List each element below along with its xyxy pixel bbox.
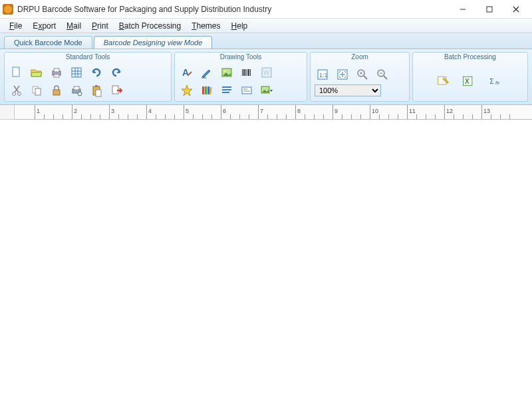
export-icon[interactable]	[108, 82, 124, 98]
batch-excel-icon[interactable]: X	[459, 72, 477, 90]
svg-rect-35	[248, 69, 249, 76]
card-icon[interactable]	[239, 82, 255, 98]
svg-line-54	[364, 76, 367, 79]
ribbon-group-drawing: Drawing Tools A W	[174, 52, 307, 102]
open-icon[interactable]	[29, 65, 45, 80]
minimize-button[interactable]	[450, 1, 476, 18]
menu-mail[interactable]: Mail	[61, 20, 86, 32]
library-icon[interactable]	[199, 82, 215, 98]
zoom-in-icon[interactable]	[354, 66, 370, 82]
ribbon-group-batch: Batch Processing X Σfx	[412, 52, 528, 102]
ribbon: Standard Tools	[0, 49, 532, 105]
ribbon-group-title-zoom: Zoom	[311, 53, 409, 61]
ruler-corner	[0, 105, 15, 120]
barcode-tool-icon[interactable]	[239, 65, 255, 80]
app-icon	[3, 4, 13, 15]
zoom-out-icon[interactable]	[374, 66, 390, 82]
svg-rect-21	[74, 86, 79, 90]
svg-point-22	[78, 92, 82, 96]
paste-icon[interactable]	[88, 82, 104, 98]
svg-rect-31	[242, 69, 243, 76]
svg-point-14	[18, 92, 21, 95]
ruler-horizontal: 12345678910111213	[15, 105, 532, 120]
zoom-fit-icon[interactable]	[334, 66, 350, 82]
svg-line-58	[384, 76, 387, 79]
ribbon-group-title-drawing: Drawing Tools	[175, 53, 307, 61]
menu-batch-processing[interactable]: Batch Processing	[114, 20, 186, 32]
window-title: DRPU Barcode Software for Packaging and …	[17, 5, 450, 14]
batch-edit-icon[interactable]	[434, 72, 452, 90]
svg-rect-24	[95, 85, 98, 87]
svg-rect-40	[205, 86, 207, 94]
mode-tabstrip: Quick Barcode Mode Barcode Designing vie…	[0, 33, 532, 49]
svg-rect-19	[53, 90, 60, 95]
svg-rect-33	[245, 69, 246, 76]
menu-bar: File Export Mail Print Batch Processing …	[0, 19, 532, 33]
cut-icon[interactable]	[9, 82, 25, 98]
svg-rect-32	[243, 69, 245, 76]
menu-file[interactable]: File	[4, 20, 27, 32]
batch-formula-icon[interactable]: Σfx	[484, 72, 507, 90]
svg-rect-6	[54, 68, 59, 72]
zoom-actual-icon[interactable]: 1:1	[315, 66, 331, 82]
menu-help[interactable]: Help	[226, 20, 253, 32]
grid-icon[interactable]	[68, 65, 84, 80]
new-icon[interactable]	[9, 65, 25, 80]
svg-rect-1	[487, 7, 492, 12]
svg-rect-36	[250, 69, 251, 76]
star-shape-icon[interactable]	[179, 82, 195, 98]
svg-rect-8	[72, 68, 81, 77]
print-icon[interactable]	[49, 65, 65, 80]
svg-point-13	[13, 92, 16, 95]
menu-export[interactable]: Export	[27, 20, 61, 32]
undo-icon[interactable]	[88, 65, 104, 80]
pencil-tool-icon[interactable]	[199, 65, 215, 80]
svg-text:fx: fx	[495, 80, 500, 86]
tab-designing-view[interactable]: Barcode Designing view Mode	[94, 36, 213, 49]
ribbon-group-title-standard: Standard Tools	[5, 53, 171, 61]
workspace: 12345678910111213 123456789 XYZ PACKING …	[0, 105, 532, 120]
close-button[interactable]	[503, 1, 529, 18]
textlines-icon[interactable]	[219, 82, 235, 98]
text-tool-icon[interactable]: A	[179, 65, 195, 80]
ribbon-group-title-batch: Batch Processing	[413, 53, 527, 61]
svg-rect-18	[35, 88, 41, 95]
image-tool-icon[interactable]	[219, 65, 235, 80]
picture-dropdown-icon[interactable]	[259, 82, 275, 98]
svg-rect-25	[96, 90, 101, 96]
svg-rect-39	[202, 86, 204, 94]
svg-point-30	[224, 70, 226, 72]
svg-line-15	[15, 86, 19, 92]
svg-text:X: X	[465, 78, 469, 85]
menu-themes[interactable]: Themes	[186, 20, 225, 32]
ribbon-group-standard: Standard Tools	[4, 52, 172, 102]
svg-line-16	[14, 86, 19, 92]
svg-text:Σ: Σ	[489, 77, 494, 85]
ribbon-group-zoom: Zoom 1:1 100%	[310, 52, 410, 102]
svg-rect-7	[54, 74, 59, 77]
svg-text:W: W	[263, 69, 270, 76]
svg-rect-34	[247, 69, 247, 76]
redo-icon[interactable]	[108, 65, 124, 80]
watermark-icon[interactable]: W	[259, 65, 275, 80]
maximize-button[interactable]	[476, 1, 503, 18]
svg-text:1:1: 1:1	[319, 72, 328, 78]
svg-rect-46	[242, 87, 251, 94]
print-setup-icon[interactable]	[68, 82, 84, 98]
svg-text:A: A	[182, 67, 189, 78]
title-bar: DRPU Barcode Software for Packaging and …	[0, 0, 532, 19]
lock-icon[interactable]	[49, 82, 65, 98]
menu-print[interactable]: Print	[86, 20, 114, 32]
zoom-level-select[interactable]: 100%	[315, 84, 381, 96]
copy-icon[interactable]	[29, 82, 45, 98]
tab-quick-barcode[interactable]: Quick Barcode Mode	[4, 36, 92, 49]
